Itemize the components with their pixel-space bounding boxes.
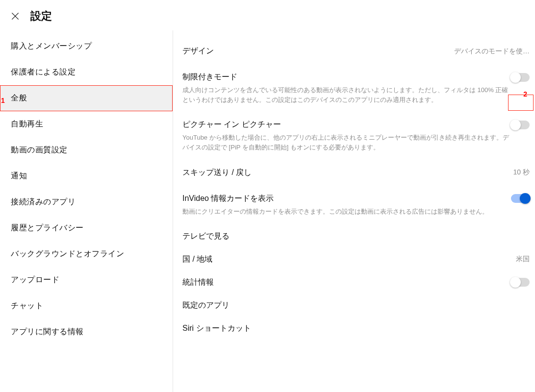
sidebar-item-upload[interactable]: アップロード [0, 267, 173, 293]
page-title: 設定 [30, 9, 52, 24]
sidebar-item-parental[interactable]: 保護者による設定 [0, 59, 173, 85]
close-button[interactable] [10, 11, 21, 22]
country-value: 米国 [516, 255, 530, 264]
pip-toggle[interactable] [511, 121, 530, 129]
row-pip: ピクチャー イン ピクチャー [181, 113, 531, 133]
sidebar-item-offline[interactable]: バックグラウンドとオフライン [0, 241, 173, 267]
sidebar-item-purchases[interactable]: 購入とメンバーシップ [0, 33, 173, 59]
pip-desc: YouTube から移動した場合に、他のアプリの右上に表示されるミニプレーヤーで… [181, 133, 514, 157]
sidebar-item-about[interactable]: アプリに関する情報 [0, 319, 173, 345]
country-label: 国 / 地域 [182, 254, 212, 265]
skip-label: スキップ送り / 戻し [182, 168, 252, 178]
row-country[interactable]: 国 / 地域 米国 [181, 247, 531, 270]
sidebar-item-chat[interactable]: チャット [0, 293, 173, 319]
stats-label: 統計情報 [182, 277, 214, 288]
sidebar-item-privacy[interactable]: 履歴とプライバシー [0, 215, 173, 241]
siri-label: Siri ショートカット [182, 323, 251, 334]
row-tv[interactable]: テレビで見る [181, 224, 531, 247]
row-design[interactable]: デザイン デバイスのモードを使… [181, 39, 531, 62]
sidebar-item-connected-apps[interactable]: 接続済みのアプリ [0, 189, 173, 215]
close-icon [10, 11, 20, 21]
tv-label: テレビで見る [182, 231, 229, 242]
design-label: デザイン [182, 46, 214, 56]
row-default-app[interactable]: 既定のアプリ [181, 294, 531, 317]
stats-toggle[interactable] [511, 278, 530, 287]
annotation-1: 1 [1, 97, 5, 104]
header: 設定 [0, 0, 535, 30]
sidebar-item-notifications[interactable]: 通知 [0, 163, 173, 189]
restricted-label: 制限付きモード [182, 72, 237, 82]
row-siri[interactable]: Siri ショートカット [181, 317, 531, 340]
pip-label: ピクチャー イン ピクチャー [182, 120, 281, 130]
skip-value: 10 秒 [513, 168, 530, 177]
row-stats: 統計情報 [181, 270, 531, 294]
sidebar: 購入とメンバーシップ 保護者による設定 全般 自動再生 動画の画質設定 通知 接… [0, 30, 173, 392]
sidebar-item-autoplay[interactable]: 自動再生 [0, 111, 173, 137]
restricted-desc: 成人向けコンテンツを含んでいる可能性のある動画が表示されないようにします。ただし… [181, 85, 514, 110]
default-app-label: 既定のアプリ [182, 300, 229, 311]
design-value: デバイスのモードを使… [454, 47, 530, 56]
row-invideo: InVideo 情報カードを表示 [181, 187, 531, 207]
invideo-label: InVideo 情報カードを表示 [182, 194, 274, 204]
sidebar-item-quality[interactable]: 動画の画質設定 [0, 137, 173, 163]
restricted-toggle[interactable] [511, 73, 530, 82]
invideo-desc: 動画にクリエイターの情報カードを表示できます。この設定は動画に表示される広告には… [181, 207, 514, 221]
row-restricted: 制限付きモード [181, 65, 531, 85]
row-skip[interactable]: スキップ送り / 戻し 10 秒 [181, 161, 531, 184]
sidebar-item-general[interactable]: 全般 [0, 85, 173, 111]
invideo-toggle[interactable] [511, 194, 530, 203]
content: 2 デザイン デバイスのモードを使… 制限付きモード 成人向けコンテンツを含んで… [173, 30, 535, 392]
annotation-2: 2 [523, 90, 527, 98]
